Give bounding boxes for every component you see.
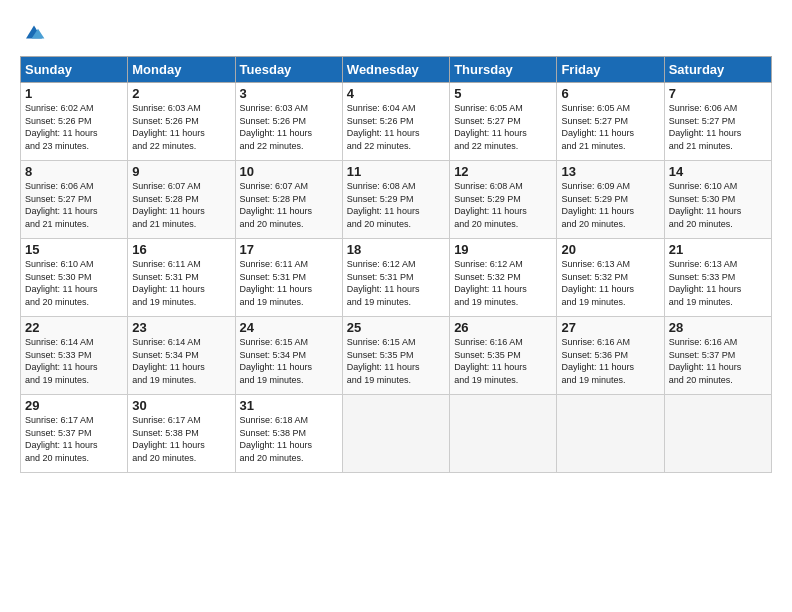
day-info: Sunrise: 6:17 AMSunset: 5:37 PMDaylight:… xyxy=(25,414,123,464)
logo xyxy=(20,20,46,48)
calendar-cell: 27Sunrise: 6:16 AMSunset: 5:36 PMDayligh… xyxy=(557,317,664,395)
day-number: 15 xyxy=(25,242,123,257)
day-info: Sunrise: 6:05 AMSunset: 5:27 PMDaylight:… xyxy=(454,102,552,152)
day-number: 22 xyxy=(25,320,123,335)
logo-icon xyxy=(22,20,46,44)
week-row-4: 22Sunrise: 6:14 AMSunset: 5:33 PMDayligh… xyxy=(21,317,772,395)
calendar-cell: 15Sunrise: 6:10 AMSunset: 5:30 PMDayligh… xyxy=(21,239,128,317)
day-info: Sunrise: 6:16 AMSunset: 5:36 PMDaylight:… xyxy=(561,336,659,386)
day-info: Sunrise: 6:04 AMSunset: 5:26 PMDaylight:… xyxy=(347,102,445,152)
calendar-cell: 19Sunrise: 6:12 AMSunset: 5:32 PMDayligh… xyxy=(450,239,557,317)
day-number: 21 xyxy=(669,242,767,257)
day-info: Sunrise: 6:16 AMSunset: 5:37 PMDaylight:… xyxy=(669,336,767,386)
header-monday: Monday xyxy=(128,57,235,83)
day-info: Sunrise: 6:02 AMSunset: 5:26 PMDaylight:… xyxy=(25,102,123,152)
calendar-cell: 28Sunrise: 6:16 AMSunset: 5:37 PMDayligh… xyxy=(664,317,771,395)
day-number: 16 xyxy=(132,242,230,257)
day-info: Sunrise: 6:11 AMSunset: 5:31 PMDaylight:… xyxy=(132,258,230,308)
calendar-cell: 21Sunrise: 6:13 AMSunset: 5:33 PMDayligh… xyxy=(664,239,771,317)
day-info: Sunrise: 6:12 AMSunset: 5:31 PMDaylight:… xyxy=(347,258,445,308)
calendar-cell: 20Sunrise: 6:13 AMSunset: 5:32 PMDayligh… xyxy=(557,239,664,317)
day-number: 7 xyxy=(669,86,767,101)
day-number: 18 xyxy=(347,242,445,257)
day-number: 24 xyxy=(240,320,338,335)
calendar-cell: 26Sunrise: 6:16 AMSunset: 5:35 PMDayligh… xyxy=(450,317,557,395)
day-number: 3 xyxy=(240,86,338,101)
day-info: Sunrise: 6:13 AMSunset: 5:33 PMDaylight:… xyxy=(669,258,767,308)
calendar-cell: 3Sunrise: 6:03 AMSunset: 5:26 PMDaylight… xyxy=(235,83,342,161)
calendar-cell: 16Sunrise: 6:11 AMSunset: 5:31 PMDayligh… xyxy=(128,239,235,317)
day-number: 9 xyxy=(132,164,230,179)
day-number: 6 xyxy=(561,86,659,101)
day-info: Sunrise: 6:10 AMSunset: 5:30 PMDaylight:… xyxy=(25,258,123,308)
day-number: 20 xyxy=(561,242,659,257)
calendar-cell: 6Sunrise: 6:05 AMSunset: 5:27 PMDaylight… xyxy=(557,83,664,161)
day-number: 8 xyxy=(25,164,123,179)
day-number: 2 xyxy=(132,86,230,101)
day-info: Sunrise: 6:09 AMSunset: 5:29 PMDaylight:… xyxy=(561,180,659,230)
calendar-cell: 14Sunrise: 6:10 AMSunset: 5:30 PMDayligh… xyxy=(664,161,771,239)
day-number: 1 xyxy=(25,86,123,101)
day-info: Sunrise: 6:07 AMSunset: 5:28 PMDaylight:… xyxy=(240,180,338,230)
day-info: Sunrise: 6:17 AMSunset: 5:38 PMDaylight:… xyxy=(132,414,230,464)
header-thursday: Thursday xyxy=(450,57,557,83)
day-number: 12 xyxy=(454,164,552,179)
day-info: Sunrise: 6:08 AMSunset: 5:29 PMDaylight:… xyxy=(454,180,552,230)
calendar-cell xyxy=(342,395,449,473)
day-number: 19 xyxy=(454,242,552,257)
calendar-cell: 5Sunrise: 6:05 AMSunset: 5:27 PMDaylight… xyxy=(450,83,557,161)
day-number: 28 xyxy=(669,320,767,335)
calendar-cell: 31Sunrise: 6:18 AMSunset: 5:38 PMDayligh… xyxy=(235,395,342,473)
calendar-cell: 12Sunrise: 6:08 AMSunset: 5:29 PMDayligh… xyxy=(450,161,557,239)
week-row-3: 15Sunrise: 6:10 AMSunset: 5:30 PMDayligh… xyxy=(21,239,772,317)
calendar-cell: 24Sunrise: 6:15 AMSunset: 5:34 PMDayligh… xyxy=(235,317,342,395)
day-number: 26 xyxy=(454,320,552,335)
day-info: Sunrise: 6:12 AMSunset: 5:32 PMDaylight:… xyxy=(454,258,552,308)
day-info: Sunrise: 6:03 AMSunset: 5:26 PMDaylight:… xyxy=(240,102,338,152)
day-number: 30 xyxy=(132,398,230,413)
day-number: 4 xyxy=(347,86,445,101)
header-wednesday: Wednesday xyxy=(342,57,449,83)
day-info: Sunrise: 6:06 AMSunset: 5:27 PMDaylight:… xyxy=(25,180,123,230)
day-number: 27 xyxy=(561,320,659,335)
calendar-cell: 11Sunrise: 6:08 AMSunset: 5:29 PMDayligh… xyxy=(342,161,449,239)
day-info: Sunrise: 6:15 AMSunset: 5:34 PMDaylight:… xyxy=(240,336,338,386)
calendar-cell: 29Sunrise: 6:17 AMSunset: 5:37 PMDayligh… xyxy=(21,395,128,473)
calendar-cell: 9Sunrise: 6:07 AMSunset: 5:28 PMDaylight… xyxy=(128,161,235,239)
calendar-cell: 10Sunrise: 6:07 AMSunset: 5:28 PMDayligh… xyxy=(235,161,342,239)
calendar-cell xyxy=(557,395,664,473)
week-row-2: 8Sunrise: 6:06 AMSunset: 5:27 PMDaylight… xyxy=(21,161,772,239)
day-number: 5 xyxy=(454,86,552,101)
day-info: Sunrise: 6:05 AMSunset: 5:27 PMDaylight:… xyxy=(561,102,659,152)
calendar-cell: 17Sunrise: 6:11 AMSunset: 5:31 PMDayligh… xyxy=(235,239,342,317)
day-number: 23 xyxy=(132,320,230,335)
day-number: 11 xyxy=(347,164,445,179)
day-info: Sunrise: 6:10 AMSunset: 5:30 PMDaylight:… xyxy=(669,180,767,230)
day-number: 31 xyxy=(240,398,338,413)
day-number: 25 xyxy=(347,320,445,335)
day-info: Sunrise: 6:06 AMSunset: 5:27 PMDaylight:… xyxy=(669,102,767,152)
day-info: Sunrise: 6:14 AMSunset: 5:33 PMDaylight:… xyxy=(25,336,123,386)
calendar-header: SundayMondayTuesdayWednesdayThursdayFrid… xyxy=(21,57,772,83)
week-row-1: 1Sunrise: 6:02 AMSunset: 5:26 PMDaylight… xyxy=(21,83,772,161)
calendar-cell: 1Sunrise: 6:02 AMSunset: 5:26 PMDaylight… xyxy=(21,83,128,161)
calendar-cell: 8Sunrise: 6:06 AMSunset: 5:27 PMDaylight… xyxy=(21,161,128,239)
calendar-cell: 23Sunrise: 6:14 AMSunset: 5:34 PMDayligh… xyxy=(128,317,235,395)
day-info: Sunrise: 6:11 AMSunset: 5:31 PMDaylight:… xyxy=(240,258,338,308)
calendar: SundayMondayTuesdayWednesdayThursdayFrid… xyxy=(20,56,772,473)
day-number: 10 xyxy=(240,164,338,179)
calendar-cell xyxy=(664,395,771,473)
header-saturday: Saturday xyxy=(664,57,771,83)
calendar-cell: 4Sunrise: 6:04 AMSunset: 5:26 PMDaylight… xyxy=(342,83,449,161)
day-info: Sunrise: 6:18 AMSunset: 5:38 PMDaylight:… xyxy=(240,414,338,464)
day-info: Sunrise: 6:08 AMSunset: 5:29 PMDaylight:… xyxy=(347,180,445,230)
day-number: 14 xyxy=(669,164,767,179)
day-info: Sunrise: 6:03 AMSunset: 5:26 PMDaylight:… xyxy=(132,102,230,152)
calendar-cell: 2Sunrise: 6:03 AMSunset: 5:26 PMDaylight… xyxy=(128,83,235,161)
header-sunday: Sunday xyxy=(21,57,128,83)
calendar-cell xyxy=(450,395,557,473)
day-info: Sunrise: 6:07 AMSunset: 5:28 PMDaylight:… xyxy=(132,180,230,230)
calendar-cell: 25Sunrise: 6:15 AMSunset: 5:35 PMDayligh… xyxy=(342,317,449,395)
day-info: Sunrise: 6:15 AMSunset: 5:35 PMDaylight:… xyxy=(347,336,445,386)
calendar-cell: 22Sunrise: 6:14 AMSunset: 5:33 PMDayligh… xyxy=(21,317,128,395)
